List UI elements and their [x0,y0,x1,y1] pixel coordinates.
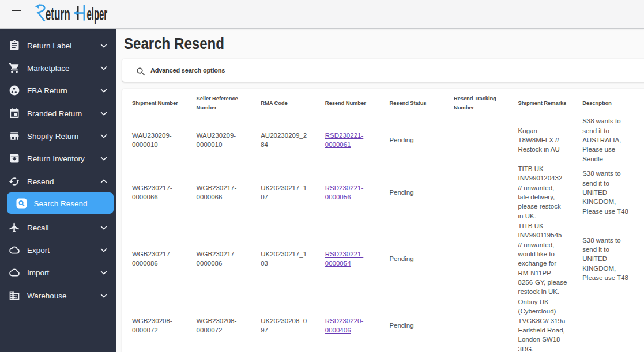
svg-text:eturn: eturn [46,3,70,24]
svg-text:elper: elper [86,3,107,24]
